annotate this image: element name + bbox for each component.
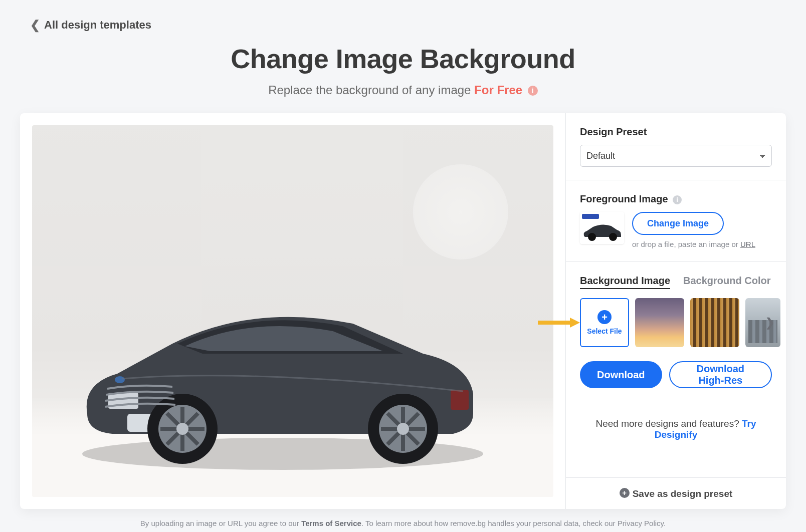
preset-select[interactable]: Default bbox=[580, 145, 772, 167]
download-hires-button[interactable]: Download High-Res bbox=[669, 361, 772, 388]
side-panel: Design Preset Default Foreground Image i bbox=[565, 113, 786, 509]
bg-tile-pattern[interactable] bbox=[690, 298, 739, 347]
canvas-pane bbox=[20, 113, 565, 509]
svg-point-18 bbox=[115, 376, 125, 383]
svg-point-10 bbox=[176, 423, 188, 435]
breadcrumb[interactable]: ❮ All design templates bbox=[0, 0, 806, 32]
car-image bbox=[52, 263, 493, 474]
preset-section: Design Preset Default bbox=[566, 113, 786, 180]
url-link[interactable]: URL bbox=[740, 240, 755, 248]
drop-hint: or drop a file, paste an image or URL bbox=[632, 240, 772, 248]
select-file-tile[interactable]: + Select File bbox=[580, 298, 629, 347]
svg-point-17 bbox=[397, 423, 409, 435]
svg-point-21 bbox=[588, 233, 596, 241]
chevron-left-icon: ❮ bbox=[30, 18, 40, 32]
tos-link[interactable]: Terms of Service bbox=[301, 519, 361, 527]
preset-label: Design Preset bbox=[580, 126, 772, 138]
foreground-section: Foreground Image i Change Image bbox=[566, 180, 786, 262]
footer-legal: By uploading an image or URL you agree t… bbox=[0, 519, 806, 527]
page-subtitle-lead: Replace the background of any image bbox=[268, 83, 471, 97]
canvas[interactable] bbox=[32, 125, 553, 497]
background-tabs: Background Image Background Color bbox=[580, 275, 772, 289]
foreground-thumb[interactable] bbox=[580, 212, 624, 244]
change-image-button[interactable]: Change Image bbox=[632, 212, 724, 235]
page-title: Change Image Background bbox=[0, 43, 806, 74]
foreground-label: Foreground Image i bbox=[580, 193, 772, 205]
editor: Design Preset Default Foreground Image i bbox=[20, 113, 786, 509]
breadcrumb-label: All design templates bbox=[44, 19, 151, 32]
svg-marker-24 bbox=[570, 318, 580, 328]
svg-point-22 bbox=[609, 233, 617, 241]
page-subtitle-free: For Free bbox=[474, 83, 522, 97]
tab-background-color[interactable]: Background Color bbox=[683, 275, 770, 289]
bg-tile-sunset[interactable] bbox=[635, 298, 684, 347]
page-subtitle: Replace the background of any image For … bbox=[0, 83, 806, 97]
info-icon[interactable]: i bbox=[528, 86, 538, 96]
background-section: Background Image Background Color + Sele… bbox=[566, 262, 786, 453]
plus-icon: + bbox=[597, 310, 612, 324]
info-icon[interactable]: i bbox=[673, 195, 682, 204]
background-row: + Select File ❯ bbox=[580, 298, 772, 347]
download-button[interactable]: Download bbox=[580, 361, 662, 388]
plus-icon: + bbox=[620, 488, 630, 498]
tab-background-image[interactable]: Background Image bbox=[580, 275, 670, 289]
svg-rect-3 bbox=[451, 390, 469, 410]
save-preset-label: Save as design preset bbox=[633, 488, 733, 498]
sun-shape bbox=[413, 164, 508, 259]
svg-rect-20 bbox=[582, 214, 599, 219]
save-preset-button[interactable]: +Save as design preset bbox=[566, 477, 786, 509]
chevron-right-icon[interactable]: ❯ bbox=[763, 316, 777, 330]
select-file-label: Select File bbox=[587, 327, 622, 335]
promo-text: Need more designs and features? Try Desi… bbox=[580, 418, 772, 440]
